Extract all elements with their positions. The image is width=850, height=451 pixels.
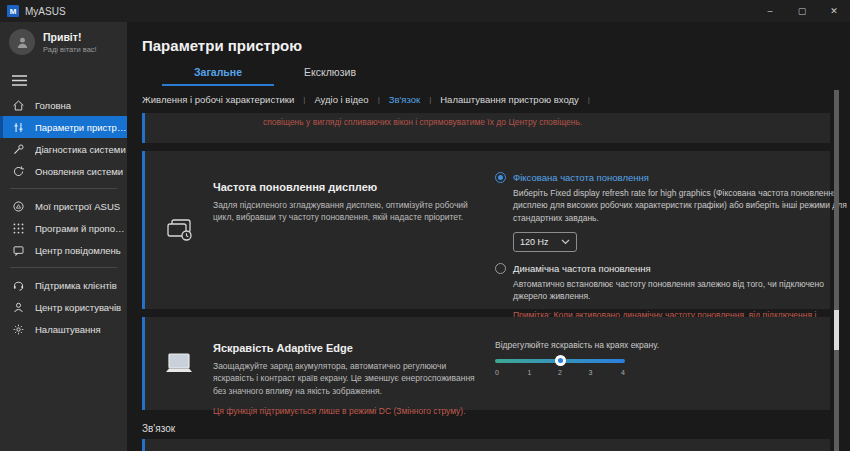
- tab-exclusive[interactable]: Ексклюзив: [274, 66, 386, 86]
- sidebar-item-home[interactable]: Головна: [0, 94, 127, 116]
- sidebar-item-customer-support[interactable]: Підтримка клієнтів: [0, 274, 127, 296]
- sidebar-item-user-center[interactable]: Центр користувачів: [0, 296, 127, 318]
- settings-gear-icon: [12, 323, 25, 336]
- adaptive-section-description: Заощаджуйте заряд акумулятора, автоматич…: [213, 360, 483, 397]
- support-icon: [12, 279, 25, 292]
- diagnostics-icon: [12, 143, 25, 156]
- sidebar-item-apps-offers[interactable]: Програми й пропозиції від...: [0, 217, 127, 239]
- subtab-separator: |: [588, 95, 590, 104]
- system-update-icon: [12, 165, 25, 178]
- sidebar-nav: Головна Параметри пристрою Діагностика с…: [0, 94, 127, 340]
- subtab-bar: Живлення і робочі характеристики | Аудіо…: [142, 94, 850, 105]
- refresh-rate-value: 120 Hz: [520, 237, 549, 247]
- device-settings-icon: [12, 121, 25, 134]
- close-button[interactable]: ✕: [818, 0, 850, 22]
- dynamic-refresh-description: Автоматично встановлює частоту поновленн…: [513, 278, 850, 303]
- sidebar: Привіт! Раді вітати вас! Головна Парамет…: [0, 22, 127, 451]
- user-greeting: Привіт! Раді вітати вас!: [9, 29, 127, 55]
- notifications-partial-text: сповіщень у вигляді спливаючих вікон і с…: [263, 117, 582, 127]
- refresh-rate-select[interactable]: 120 Hz: [513, 232, 577, 252]
- subtab-separator: |: [378, 95, 380, 104]
- subtab-separator: |: [303, 95, 305, 104]
- sidebar-item-device-settings[interactable]: Параметри пристрою: [0, 116, 127, 138]
- menu-toggle-button[interactable]: [12, 75, 28, 86]
- connectivity-card-partial: [142, 439, 830, 451]
- display-refresh-icon: [164, 217, 194, 243]
- slider-ticks: 0 1 2 3 4: [495, 369, 625, 376]
- fixed-refresh-description: Виберіть Fixed display refresh rate for …: [513, 187, 850, 224]
- edge-brightness-slider[interactable]: 0 1 2 3 4: [495, 359, 625, 376]
- sidebar-divider: [10, 267, 117, 268]
- messages-icon: [12, 244, 25, 257]
- avatar[interactable]: [9, 29, 35, 55]
- subtab-audio-video[interactable]: Аудіо і відео: [314, 94, 368, 105]
- tab-bar: Загальне Ексклюзив: [162, 66, 850, 86]
- main-content: Параметри пристрою Загальне Ексклюзив Жи…: [127, 22, 850, 451]
- settings-card-list: сповіщень у вигляді спливаючих вікон і с…: [142, 113, 830, 451]
- tab-general[interactable]: Загальне: [162, 66, 274, 86]
- connectivity-section-header: Зв'язок: [142, 423, 830, 434]
- refresh-rate-card: Частота поновлення дисплею Задля підсиле…: [142, 151, 830, 309]
- refresh-section-title: Частота поновлення дисплею: [213, 181, 483, 193]
- sidebar-item-message-center[interactable]: Центр повідомлень: [0, 239, 127, 261]
- refresh-section-description: Задля підсиленого згладжування дисплею, …: [213, 199, 483, 224]
- fixed-refresh-option[interactable]: Фіксована частота поновлення: [495, 172, 850, 183]
- adaptive-edge-card: Яскравість Adaptive Edge Заощаджуйте зар…: [142, 317, 830, 410]
- scrollbar-thumb[interactable]: [834, 310, 839, 350]
- notifications-card-partial: сповіщень у вигляді спливаючих вікон і с…: [142, 113, 830, 143]
- slider-handle[interactable]: [555, 355, 566, 366]
- sidebar-item-my-devices[interactable]: Мої пристрої ASUS: [0, 195, 127, 217]
- vertical-scrollbar[interactable]: [834, 90, 839, 451]
- page-title: Параметри пристрою: [142, 37, 850, 54]
- hamburger-icon: [12, 75, 27, 86]
- sidebar-item-settings[interactable]: Налаштування: [0, 318, 127, 340]
- fixed-refresh-label: Фіксована частота поновлення: [513, 172, 649, 183]
- radio-unselected-icon: [495, 263, 506, 274]
- sidebar-divider: [10, 188, 117, 189]
- subtab-separator: |: [429, 95, 431, 104]
- sidebar-item-diagnostics[interactable]: Діагностика системи: [0, 138, 127, 160]
- window-title: MyASUS: [25, 6, 66, 17]
- greeting-subtitle: Раді вітати вас!: [43, 45, 97, 54]
- subtab-connectivity[interactable]: Зв'язок: [389, 94, 420, 105]
- dynamic-refresh-option[interactable]: Динамічна частота поновлення: [495, 263, 850, 274]
- sidebar-item-system-update[interactable]: Оновлення системи: [0, 160, 127, 182]
- slider-track[interactable]: [495, 359, 625, 363]
- person-icon: [15, 35, 30, 50]
- titlebar: M MyASUS – ▢ ✕: [0, 0, 850, 22]
- subtab-power[interactable]: Живлення і робочі характеристики: [142, 94, 294, 105]
- chevron-down-icon: [561, 239, 570, 245]
- maximize-button[interactable]: ▢: [786, 0, 818, 22]
- edge-brightness-slider-label: Відрегулюйте яскравість на краях екрану.: [495, 340, 830, 350]
- user-center-icon: [12, 301, 25, 314]
- subtab-input-device[interactable]: Налаштування пристрою входу: [440, 94, 579, 105]
- minimize-button[interactable]: –: [754, 0, 786, 22]
- laptop-icon: [162, 352, 196, 376]
- radio-selected-icon: [495, 172, 506, 183]
- home-icon: [12, 99, 25, 112]
- myasus-logo-icon: M: [7, 5, 19, 17]
- greeting-title: Привіт!: [43, 31, 97, 43]
- dynamic-refresh-label: Динамічна частота поновлення: [513, 263, 651, 274]
- adaptive-section-title: Яскравість Adaptive Edge: [213, 342, 483, 354]
- adaptive-section-note: Ця функція підтримується лише в режимі D…: [213, 405, 483, 417]
- my-devices-icon: [12, 200, 25, 213]
- apps-icon: [12, 222, 25, 235]
